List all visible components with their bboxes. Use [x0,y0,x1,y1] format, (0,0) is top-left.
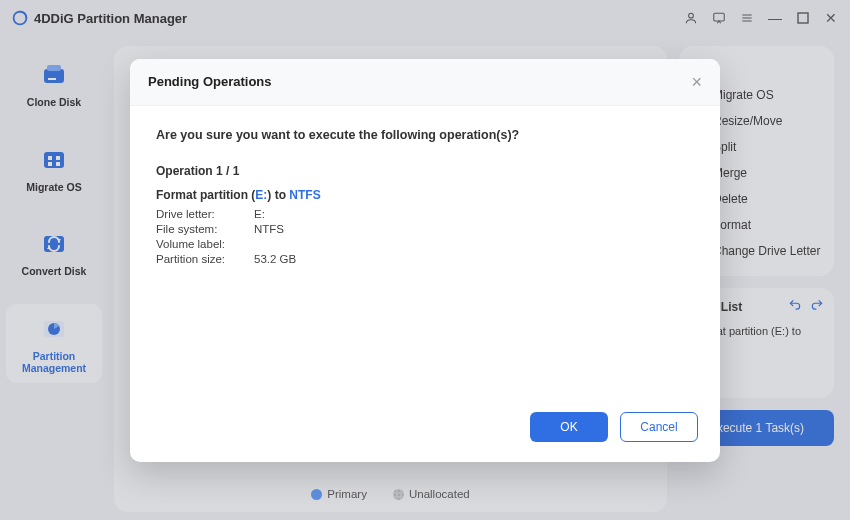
modal-overlay: Pending Operations × Are you sure you wa… [0,0,850,520]
kv-volume-label: Volume label: [156,238,694,250]
operation-index: Operation 1 / 1 [156,164,694,178]
modal-prompt: Are you sure you want to execute the fol… [156,128,694,142]
operation-summary: Format partition (E:) to NTFS [156,188,694,202]
pending-operations-dialog: Pending Operations × Are you sure you wa… [130,59,720,462]
kv-partition-size: Partition size:53.2 GB [156,253,694,265]
close-icon[interactable]: × [691,73,702,91]
cancel-button[interactable]: Cancel [620,412,698,442]
kv-file-system: File system:NTFS [156,223,694,235]
modal-title: Pending Operations [148,74,272,89]
kv-drive-letter: Drive letter:E: [156,208,694,220]
ok-button[interactable]: OK [530,412,608,442]
